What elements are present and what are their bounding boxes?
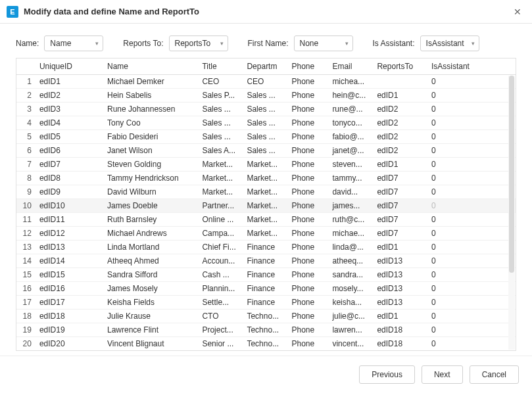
cell-uniqueid[interactable]: edID21 (36, 350, 103, 351)
cell-name[interactable]: Tammy Hendrickson (103, 171, 198, 185)
cell-isassistant[interactable]: 0 (427, 102, 516, 116)
cell-phone[interactable]: Phone (288, 350, 329, 351)
table-row[interactable]: 16edID16James MoselyPlannin...FinancePho… (16, 281, 516, 295)
cell-isassistant[interactable]: 0 (427, 267, 516, 281)
cell-phone[interactable]: Phone (288, 309, 329, 323)
cell-reportsto[interactable]: edID18 (373, 323, 427, 336)
cell-uniqueid[interactable]: edID13 (36, 240, 103, 254)
rownum[interactable]: 9 (16, 185, 36, 198)
table-row[interactable]: 7edID7Steven GoldingMarket...Market...Ph… (16, 157, 516, 171)
cell-title[interactable]: Market... (198, 157, 243, 171)
col-name[interactable]: Name (103, 58, 198, 74)
cell-name[interactable]: David Wilburn (103, 185, 198, 198)
cell-name[interactable]: Lawrence Flint (103, 323, 198, 336)
next-button[interactable]: Next (422, 365, 463, 384)
table-row[interactable]: 21edID21Carole RileySystem...Techno...Ph… (16, 350, 516, 351)
cell-isassistant[interactable]: 0 (427, 212, 516, 226)
cell-department[interactable]: Techno... (243, 336, 287, 350)
cell-reportsto[interactable]: edID2 (373, 102, 427, 116)
table-row[interactable]: 2edID2Hein SabelisSales P...Sales ...Pho… (16, 88, 516, 102)
col-title[interactable]: Title (198, 58, 243, 74)
cell-phone[interactable]: Phone (288, 102, 329, 116)
cell-name[interactable]: Tony Coo (103, 116, 198, 129)
cell-uniqueid[interactable]: edID16 (36, 281, 103, 295)
rownum[interactable]: 14 (16, 254, 36, 267)
cell-phone[interactable]: Phone (288, 116, 329, 129)
name-dropdown[interactable]: Name ▾ (44, 35, 103, 51)
cell-department[interactable]: Sales ... (243, 88, 287, 102)
scroll-thumb[interactable] (509, 76, 514, 273)
cell-name[interactable]: James Mosely (103, 281, 198, 295)
cell-reportsto[interactable]: edID7 (373, 212, 427, 226)
cell-phone[interactable]: Phone (288, 198, 329, 212)
cell-name[interactable]: Steven Golding (103, 157, 198, 171)
rownum[interactable]: 6 (16, 143, 36, 157)
cell-department[interactable]: Market... (243, 185, 287, 198)
cell-title[interactable]: Senior ... (198, 336, 243, 350)
cell-isassistant[interactable]: 0 (427, 185, 516, 198)
cell-reportsto[interactable]: edID2 (373, 143, 427, 157)
cell-reportsto[interactable]: edID13 (373, 281, 427, 295)
cell-email[interactable]: ruth@c... (328, 212, 373, 226)
cell-title[interactable]: Plannin... (198, 281, 243, 295)
cell-email[interactable]: linda@... (328, 240, 373, 254)
rownum[interactable]: 7 (16, 157, 36, 171)
close-icon[interactable]: ✕ (510, 4, 525, 20)
cell-title[interactable]: Project... (198, 323, 243, 336)
cell-name[interactable]: Sandra Sifford (103, 267, 198, 281)
cell-title[interactable]: Chief Fi... (198, 240, 243, 254)
cell-title[interactable]: Settle... (198, 295, 243, 309)
col-email[interactable]: Email (328, 58, 373, 74)
reportsto-dropdown[interactable]: ReportsTo ▾ (169, 35, 228, 51)
cell-department[interactable]: Finance (243, 281, 287, 295)
table-row[interactable]: 20edID20Vincent BlignautSenior ...Techno… (16, 336, 516, 350)
cell-phone[interactable]: Phone (288, 240, 329, 254)
cell-uniqueid[interactable]: edID1 (36, 74, 103, 88)
cell-email[interactable]: michae... (328, 226, 373, 240)
rownum[interactable]: 4 (16, 116, 36, 129)
cell-phone[interactable]: Phone (288, 212, 329, 226)
cell-department[interactable]: Market... (243, 226, 287, 240)
table-row[interactable]: 1edID1Michael DemkerCEOCEOPhonemichea...… (16, 74, 516, 88)
cell-phone[interactable]: Phone (288, 336, 329, 350)
cell-name[interactable]: Michael Andrews (103, 226, 198, 240)
cell-email[interactable]: james... (328, 198, 373, 212)
cell-reportsto[interactable]: edID13 (373, 254, 427, 267)
table-row[interactable]: 10edID10James DoeblePartner...Market...P… (16, 198, 516, 212)
cell-email[interactable]: atheeq... (328, 254, 373, 267)
cell-name[interactable]: Keisha Fields (103, 295, 198, 309)
rownum[interactable]: 3 (16, 102, 36, 116)
col-phone[interactable]: Phone (288, 58, 329, 74)
cell-email[interactable]: julie@c... (328, 309, 373, 323)
cell-reportsto[interactable]: edID2 (373, 116, 427, 129)
cell-name[interactable]: James Doeble (103, 198, 198, 212)
cell-title[interactable]: Accoun... (198, 254, 243, 267)
table-row[interactable]: 4edID4Tony CooSales ...Sales ...Phoneton… (16, 116, 516, 129)
rownum[interactable]: 12 (16, 226, 36, 240)
cell-name[interactable]: Rune Johannessen (103, 102, 198, 116)
cell-isassistant[interactable]: 0 (427, 240, 516, 254)
cell-uniqueid[interactable]: edID20 (36, 336, 103, 350)
cell-reportsto[interactable]: edID1 (373, 88, 427, 102)
cell-reportsto[interactable]: edID13 (373, 267, 427, 281)
cell-title[interactable]: Cash ... (198, 267, 243, 281)
cell-department[interactable]: Market... (243, 157, 287, 171)
cell-reportsto[interactable]: edID7 (373, 198, 427, 212)
table-row[interactable]: 11edID11Ruth BarnsleyOnline ...Market...… (16, 212, 516, 226)
cell-department[interactable]: Finance (243, 295, 287, 309)
cell-department[interactable]: Market... (243, 171, 287, 185)
cell-isassistant[interactable]: 0 (427, 281, 516, 295)
cell-phone[interactable]: Phone (288, 267, 329, 281)
cell-name[interactable]: Vincent Blignaut (103, 336, 198, 350)
cell-reportsto[interactable]: edID18 (373, 350, 427, 351)
cell-uniqueid[interactable]: edID17 (36, 295, 103, 309)
cell-name[interactable]: Julie Krause (103, 309, 198, 323)
table-row[interactable]: 9edID9David WilburnMarket...Market...Pho… (16, 185, 516, 198)
rownum[interactable]: 11 (16, 212, 36, 226)
cell-uniqueid[interactable]: edID18 (36, 309, 103, 323)
cell-isassistant[interactable]: 0 (427, 226, 516, 240)
cell-email[interactable]: sandra... (328, 267, 373, 281)
cell-department[interactable]: Finance (243, 240, 287, 254)
cell-title[interactable]: CTO (198, 309, 243, 323)
cell-title[interactable]: Market... (198, 185, 243, 198)
